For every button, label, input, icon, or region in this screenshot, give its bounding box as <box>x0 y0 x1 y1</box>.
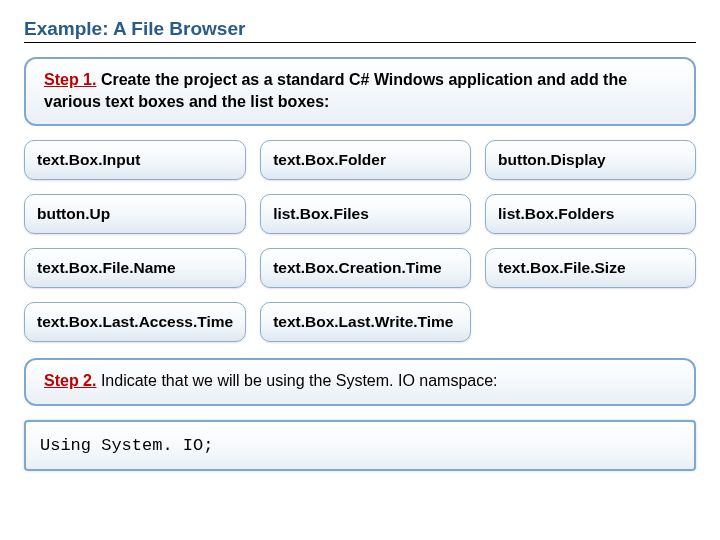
control-pill: list.Box.Files <box>260 194 471 234</box>
control-pill: text.Box.Last.Write.Time <box>260 302 471 342</box>
code-block: Using System. IO; <box>24 420 696 471</box>
control-pill: button.Up <box>24 194 246 234</box>
step-2-box: Step 2. Indicate that we will be using t… <box>24 358 696 406</box>
controls-grid: text.Box.Input text.Box.Folder button.Di… <box>24 140 696 342</box>
control-pill: text.Box.File.Size <box>485 248 696 288</box>
control-pill: button.Display <box>485 140 696 180</box>
page-title: Example: A File Browser <box>24 18 696 43</box>
step-1-text: Create the project as a standard C# Wind… <box>44 71 627 110</box>
control-pill: text.Box.Creation.Time <box>260 248 471 288</box>
control-pill: text.Box.File.Name <box>24 248 246 288</box>
control-pill: text.Box.Last.Access.Time <box>24 302 246 342</box>
control-pill: text.Box.Input <box>24 140 246 180</box>
step-2-label: Step 2. <box>44 372 96 389</box>
step-2-text: Indicate that we will be using the Syste… <box>96 372 497 389</box>
control-pill: list.Box.Folders <box>485 194 696 234</box>
step-1-label: Step 1. <box>44 71 96 88</box>
step-1-box: Step 1. Create the project as a standard… <box>24 57 696 126</box>
control-pill: text.Box.Folder <box>260 140 471 180</box>
